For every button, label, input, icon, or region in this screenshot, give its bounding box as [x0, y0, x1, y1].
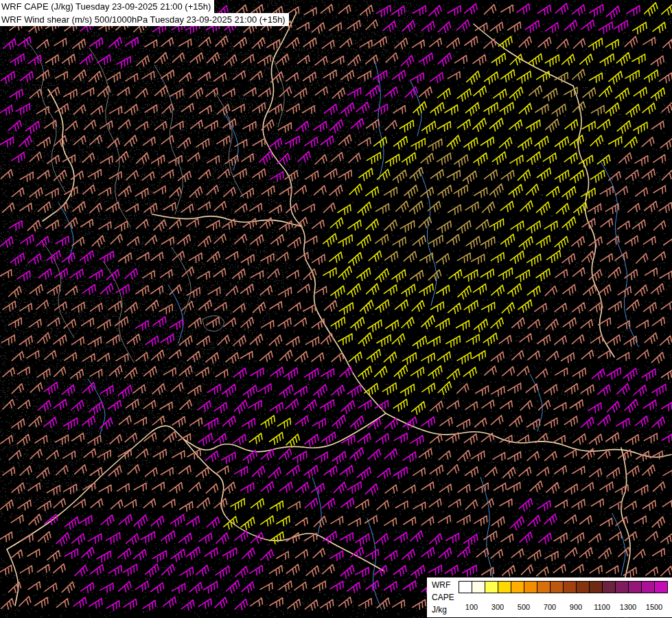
- legend-label-parameter: CAPE: [432, 591, 454, 604]
- legend-swatch: [498, 581, 511, 593]
- map-titles: WRF CAPE (J/kg) Tuesday 23-09-2025 21:00…: [0, 0, 289, 26]
- legend-label-unit: J/kg: [432, 604, 454, 616]
- legend-swatch: [602, 581, 616, 593]
- legend-swatch: [576, 581, 590, 593]
- legend-swatch: [615, 581, 629, 593]
- legend-swatch: [589, 581, 603, 593]
- legend-swatch: [524, 581, 537, 593]
- legend-tick-label: 1100: [594, 603, 610, 611]
- legend-tick-label: 300: [491, 603, 504, 611]
- legend-swatch: [628, 581, 642, 593]
- legend-label: WRF CAPE J/kg: [432, 579, 454, 616]
- legend-swatch: [537, 581, 551, 593]
- wrf-weather-map: WRF CAPE (J/kg) Tuesday 23-09-2025 21:00…: [0, 0, 672, 618]
- legend-swatch: [485, 581, 498, 593]
- cape-legend: WRF CAPE J/kg 10030050070090011001300150…: [427, 577, 672, 617]
- legend-tick-label: 900: [570, 603, 582, 611]
- map-canvas: [0, 0, 672, 618]
- legend-swatch: [550, 581, 564, 593]
- legend-tick-label: 1300: [620, 603, 636, 611]
- legend-tick-label: 100: [465, 603, 478, 611]
- legend-swatch: [472, 581, 485, 593]
- legend-tick-label: 700: [544, 603, 556, 611]
- legend-swatch: [459, 581, 472, 593]
- legend-tick-label: 1500: [646, 603, 662, 611]
- legend-swatch: [641, 581, 655, 593]
- legend-tick-label: 500: [518, 603, 530, 611]
- legend-swatches: [459, 581, 667, 593]
- legend-swatch: [654, 581, 668, 593]
- windshear-title: WRF Wind shear (m/s) 500/1000hPa Tuesday…: [0, 13, 289, 26]
- legend-label-model: WRF: [432, 579, 454, 591]
- cape-title: WRF CAPE (J/kg) Tuesday 23-09-2025 21:00…: [0, 0, 214, 13]
- legend-swatch: [563, 581, 577, 593]
- legend-swatch: [511, 581, 524, 593]
